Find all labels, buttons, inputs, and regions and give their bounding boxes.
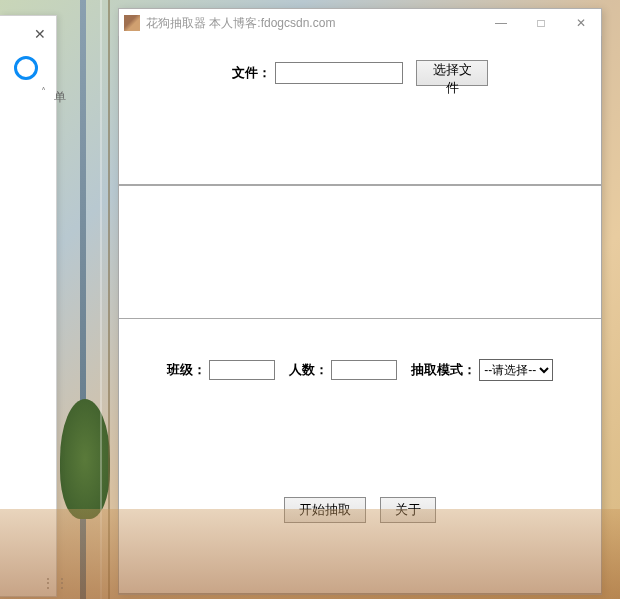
app-window: 花狗抽取器 本人博客:fdogcsdn.com — □ ✕ 文件： 选择文件 [118,8,602,595]
mode-select[interactable]: --请选择-- [479,359,553,381]
count-label: 人数： [289,362,328,377]
bg-art [100,0,102,599]
close-icon[interactable]: ✕ [34,26,46,42]
file-label: 文件： [232,65,271,80]
drag-handle-icon[interactable]: ⋮⋮ [42,576,70,590]
class-input[interactable] [209,360,275,380]
display-panel [118,185,602,319]
class-label: 班级： [167,362,206,377]
widget-text: 单 [54,89,66,106]
mode-label: 抽取模式： [411,362,476,377]
title-bar[interactable]: 花狗抽取器 本人博客:fdogcsdn.com — □ ✕ [119,9,601,37]
circle-icon [14,56,38,80]
bg-art [60,399,110,519]
control-panel: 班级： 人数： 抽取模式： --请选择-- 开始抽取 关于 [118,318,602,594]
close-button[interactable]: ✕ [561,9,601,37]
app-icon [124,15,140,31]
side-widget: ✕ ˄ 单 ⋮⋮ [0,15,57,597]
about-button[interactable]: 关于 [380,497,436,523]
window-client: 文件： 选择文件 班级： 人数： 抽取模式： -- [119,37,601,594]
file-panel: 文件： 选择文件 [118,36,602,185]
maximize-button[interactable]: □ [521,9,561,37]
bg-art [108,0,110,599]
desktop: ✕ ˄ 单 ⋮⋮ 花狗抽取器 本人博客:fdogcsdn.com — □ ✕ 文… [0,0,620,599]
display-area [121,188,599,316]
choose-file-button[interactable]: 选择文件 [416,60,488,86]
window-title: 花狗抽取器 本人博客:fdogcsdn.com [146,9,481,37]
chevron-up-icon[interactable]: ˄ [41,86,46,97]
minimize-button[interactable]: — [481,9,521,37]
count-input[interactable] [331,360,397,380]
start-button[interactable]: 开始抽取 [284,497,366,523]
file-input[interactable] [275,62,403,84]
